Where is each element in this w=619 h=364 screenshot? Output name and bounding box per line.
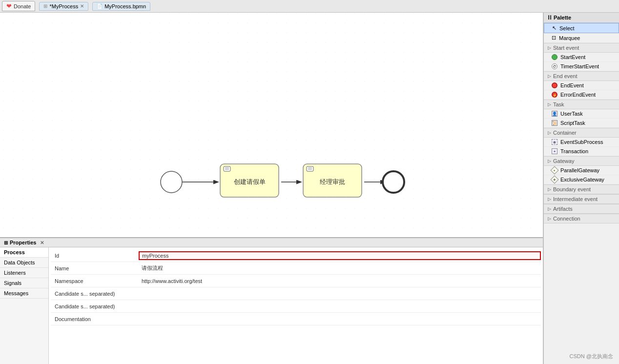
palette-item-script-task[interactable]: 📜 ScriptTask <box>544 119 619 128</box>
donate-tab[interactable]: ❤ Donate <box>2 1 35 11</box>
palette-section-connection[interactable]: ▷ Connection <box>544 214 619 223</box>
palette-section-end-event[interactable]: ▷ End event <box>544 71 619 81</box>
sidebar-item-signals[interactable]: Signals <box>0 278 48 288</box>
task2-label: 经理审批 <box>320 178 345 185</box>
sidebar-item-messages[interactable]: Messages <box>0 288 48 299</box>
prop-label-candidate-s1: Candidate s... separated) <box>51 289 139 298</box>
end-event-label: EndEvent <box>560 82 584 88</box>
palette-section-intermediate-event[interactable]: ▷ Intermediate event <box>544 194 619 204</box>
palette-section-artifacts[interactable]: ▷ Artifacts <box>544 204 619 214</box>
prop-row-namespace: Namespace http://www.activiti.org/test <box>51 275 541 287</box>
prop-label-id: Id <box>51 251 139 260</box>
timer-start-icon: ⏱ <box>552 63 557 69</box>
section-label-connection: Connection <box>553 216 580 222</box>
user-task-icon: 👤 <box>552 111 557 117</box>
palette-section-container[interactable]: ▷ Container <box>544 128 619 138</box>
svg-rect-9 <box>307 166 313 171</box>
section-label-container: Container <box>553 130 577 136</box>
section-label-task: Task <box>553 101 564 107</box>
svg-rect-6 <box>224 166 230 171</box>
prop-value-documentation[interactable] <box>139 318 541 320</box>
prop-row-candidate-s1: Candidate s... separated) <box>51 287 541 300</box>
prop-row-id: Id myProcess <box>51 249 541 262</box>
palette-item-parallel-gateway[interactable]: + ParallelGateway <box>544 166 619 175</box>
section-label-intermediate-event: Intermediate event <box>553 196 598 202</box>
properties-title: Properties <box>10 240 36 245</box>
script-task-icon: 📜 <box>552 120 557 126</box>
parallel-gateway-icon: + <box>551 166 559 175</box>
palette-title: Palette <box>554 15 571 20</box>
transaction-label: Transaction <box>560 148 588 154</box>
palette-item-timer-start[interactable]: ⏱ TimerStartEvent <box>544 62 619 71</box>
sidebar-item-process[interactable]: Process <box>0 247 48 258</box>
section-label-end-event: End event <box>553 73 578 79</box>
watermark: CSDN @北执南念 <box>570 353 613 360</box>
start-event-shape <box>161 171 182 193</box>
palette-grid-icon: ⁞⁞ <box>548 14 552 21</box>
sidebar-item-data-objects[interactable]: Data Objects <box>0 258 48 268</box>
palette-item-select[interactable]: ↖ Select <box>544 23 619 33</box>
exclusive-gateway-label: ExclusiveGateway <box>560 177 604 182</box>
palette-item-start-event[interactable]: StartEvent <box>544 53 619 62</box>
end-event-icon <box>552 82 557 88</box>
palette-item-end-event[interactable]: EndEvent <box>544 81 619 90</box>
prop-value-candidate-s2[interactable] <box>139 305 541 307</box>
prop-value-namespace[interactable]: http://www.activiti.org/test <box>139 277 541 285</box>
transaction-icon: + <box>552 148 557 154</box>
palette-section-gateway[interactable]: ▷ Gateway <box>544 156 619 166</box>
palette-section-task[interactable]: ▷ Task <box>544 100 619 109</box>
palette-item-user-task[interactable]: 👤 UserTask <box>544 109 619 119</box>
svg-rect-1 <box>3 13 540 237</box>
section-arrow-container: ▷ <box>548 130 551 135</box>
palette-item-exclusive-gateway[interactable]: ✕ ExclusiveGateway <box>544 175 619 184</box>
select-icon: ↖ <box>552 25 557 31</box>
section-label-start-event: Start event <box>553 45 579 51</box>
bpmn-label: MyProcess.bpmn <box>104 3 146 9</box>
palette-section-start-event[interactable]: ▷ Start event <box>544 43 619 53</box>
myprocess-close-icon[interactable]: ✕ <box>80 3 84 9</box>
palette: ⁞⁞ Palette ↖ Select ⊡ Marquee ▷ Start ev… <box>543 13 619 364</box>
prop-value-candidate-s1[interactable] <box>139 293 541 295</box>
palette-item-event-subprocess[interactable]: ⊕ EventSubProcess <box>544 138 619 147</box>
prop-row-name: Name 请假流程 <box>51 262 541 275</box>
donate-icon: ❤ <box>6 2 12 10</box>
palette-item-error-end[interactable]: ⚡ ErrorEndEvent <box>544 90 619 100</box>
myprocess-tab[interactable]: ⊞ *MyProcess ✕ <box>39 2 88 11</box>
properties-sidebar: Process Data Objects Listeners Signals M… <box>0 247 49 364</box>
palette-section-boundary-event[interactable]: ▷ Boundary event <box>544 184 619 194</box>
section-arrow-boundary: ▷ <box>548 187 551 192</box>
prop-label-candidate-s2: Candidate s... separated) <box>51 302 139 311</box>
diagram-canvas[interactable]: 创建请假单 经理审批 <box>0 13 543 237</box>
properties-table: Id myProcess Name 请假流程 Namespace http://… <box>49 247 543 364</box>
main-layout: 创建请假单 经理审批 ⊞ Properties ✕ <box>0 13 619 364</box>
properties-close-icon[interactable]: ✕ <box>40 240 44 245</box>
palette-item-marquee[interactable]: ⊡ Marquee <box>544 33 619 43</box>
section-arrow-gateway: ▷ <box>548 159 551 163</box>
sidebar-item-listeners[interactable]: Listeners <box>0 268 48 278</box>
section-label-artifacts: Artifacts <box>553 206 573 212</box>
script-task-label: ScriptTask <box>560 120 585 126</box>
start-event-icon <box>552 54 557 60</box>
section-arrow-connection: ▷ <box>548 216 551 221</box>
prop-label-namespace: Namespace <box>51 277 139 285</box>
prop-row-documentation: Documentation <box>51 313 541 325</box>
prop-label-name: Name <box>51 264 139 273</box>
marquee-label: Marquee <box>559 35 580 41</box>
bpmn-icon: 📄 <box>97 3 103 9</box>
bpmn-tab[interactable]: 📄 MyProcess.bpmn <box>92 2 150 11</box>
event-subprocess-icon: ⊕ <box>552 139 557 145</box>
prop-value-name[interactable]: 请假流程 <box>139 263 541 273</box>
process-icon: ⊞ <box>43 3 47 9</box>
parallel-gateway-label: ParallelGateway <box>560 167 599 173</box>
properties-header: ⊞ Properties ✕ <box>0 238 543 247</box>
section-arrow-artifacts: ▷ <box>548 206 551 211</box>
event-subprocess-label: EventSubProcess <box>560 139 603 145</box>
prop-value-id[interactable]: myProcess <box>139 251 541 260</box>
myprocess-label: *MyProcess <box>49 3 78 9</box>
error-end-label: ErrorEndEvent <box>560 92 596 98</box>
section-arrow-end: ▷ <box>548 74 551 79</box>
end-event-shape <box>383 171 404 193</box>
section-arrow-start: ▷ <box>548 45 551 50</box>
palette-item-transaction[interactable]: + Transaction <box>544 147 619 156</box>
section-arrow-intermediate: ▷ <box>548 197 551 202</box>
